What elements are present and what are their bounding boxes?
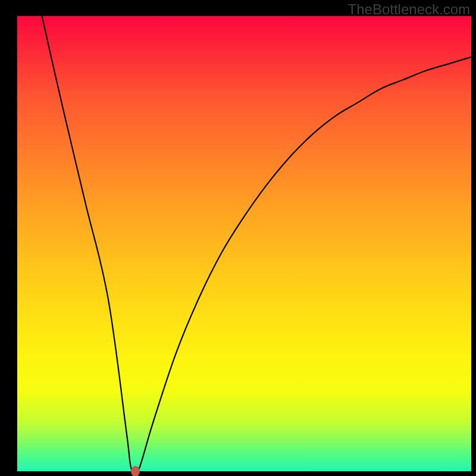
- chart-frame: TheBottleneck.com: [0, 0, 476, 476]
- bottleneck-curve: [17, 16, 471, 471]
- watermark-text: TheBottleneck.com: [348, 1, 470, 18]
- optimum-marker: [131, 466, 140, 476]
- plot-area: [17, 16, 471, 471]
